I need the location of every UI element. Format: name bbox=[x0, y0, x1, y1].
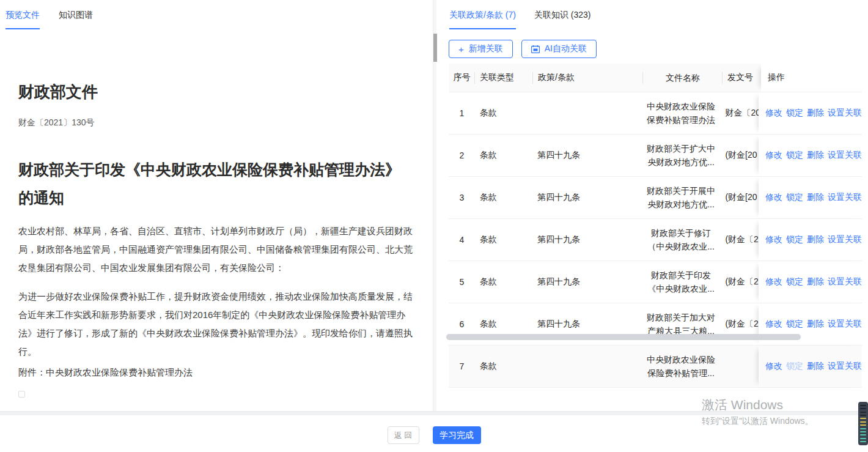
cell-clause bbox=[532, 92, 642, 134]
edit-link[interactable]: 修改 bbox=[765, 150, 782, 161]
cell-seq: 1 bbox=[449, 92, 475, 134]
document-paragraph-body: 为进一步做好农业保险保费补贴工作，提升财政资金使用绩效，推动农业保险加快高质量发… bbox=[18, 287, 414, 361]
document-org-heading: 财政部文件 bbox=[18, 81, 414, 103]
add-relation-label: 新增关联 bbox=[469, 43, 503, 54]
cell-clause: 第四十九条 bbox=[532, 261, 642, 303]
table-row: 1条款中央财政农业保险 保费补贴管理办法财金〔20修改锁定删除设置关联 bbox=[449, 92, 862, 135]
cell-clause bbox=[532, 346, 642, 387]
main-area: 预览文件 知识图谱 财政部文件 财金〔2021〕130号 财政部关于印发《中央财… bbox=[0, 0, 868, 411]
cell-file: 中央财政农业保险 保险费补贴管理... bbox=[642, 346, 721, 387]
set-relation-link[interactable]: 设置关联 bbox=[828, 361, 862, 372]
table-row: 3条款第四十九条财政部关于开展中 央财政对地方优...(财金[20修改锁定删除设… bbox=[449, 177, 862, 219]
delete-link[interactable]: 删除 bbox=[807, 234, 824, 245]
minimap-scrollbar-widget[interactable] bbox=[858, 402, 868, 445]
cell-actions: 修改锁定删除设置关联 bbox=[759, 135, 862, 176]
cell-type: 条款 bbox=[475, 261, 532, 303]
cell-type: 条款 bbox=[475, 219, 532, 261]
edit-link[interactable]: 修改 bbox=[765, 234, 782, 245]
lock-link[interactable]: 锁定 bbox=[786, 276, 803, 287]
set-relation-link[interactable]: 设置关联 bbox=[828, 108, 862, 119]
edit-link[interactable]: 修改 bbox=[765, 108, 782, 119]
column-header-clause: 政策/条款 bbox=[533, 64, 643, 92]
document-content: 财政部文件 财金〔2021〕130号 财政部关于印发《中央财政农业保险保费补贴管… bbox=[0, 30, 433, 411]
ai-auto-relation-button[interactable]: AI自动关联 bbox=[521, 40, 597, 58]
cell-actions: 修改锁定删除设置关联 bbox=[759, 261, 862, 303]
cell-clause: 第四十九条 bbox=[532, 135, 642, 176]
cell-docno bbox=[720, 346, 759, 387]
set-relation-link[interactable]: 设置关联 bbox=[828, 150, 862, 161]
calendar-icon bbox=[531, 45, 540, 53]
cell-file: 财政部关于印发 《中央财政农业... bbox=[642, 261, 721, 303]
column-header-docno: 发文号 bbox=[723, 64, 761, 92]
add-relation-button[interactable]: + 新增关联 bbox=[449, 40, 513, 58]
plus-icon: + bbox=[458, 45, 464, 54]
ai-auto-relation-label: AI自动关联 bbox=[545, 43, 587, 54]
lock-link[interactable]: 锁定 bbox=[786, 319, 803, 330]
edit-link[interactable]: 修改 bbox=[765, 319, 782, 330]
delete-link[interactable]: 删除 bbox=[807, 150, 824, 161]
cell-seq: 3 bbox=[449, 177, 475, 218]
set-relation-link[interactable]: 设置关联 bbox=[828, 192, 862, 203]
table-body: 1条款中央财政农业保险 保费补贴管理办法财金〔20修改锁定删除设置关联2条款第四… bbox=[449, 92, 862, 388]
cell-docno: (财金〔2 bbox=[720, 261, 759, 303]
cell-actions: 修改锁定删除设置关联 bbox=[759, 346, 862, 387]
edit-link[interactable]: 修改 bbox=[765, 276, 782, 287]
attachment-line: 附件：中央财政农业保险保费补贴管理办法 bbox=[18, 367, 414, 379]
cell-file: 中央财政农业保险 保费补贴管理办法 bbox=[642, 92, 721, 134]
tab-related-knowledge[interactable]: 关联知识 (323) bbox=[534, 0, 591, 30]
delete-link[interactable]: 删除 bbox=[807, 192, 824, 203]
document-title: 财政部关于印发《中央财政农业保险保费补贴管理办法》的通知 bbox=[18, 155, 414, 212]
right-tabbar: 关联政策/条款 (7) 关联知识 (323) bbox=[440, 0, 868, 30]
cell-type: 条款 bbox=[475, 177, 532, 218]
cell-docno: 财金〔20 bbox=[720, 92, 759, 134]
column-header-seq: 序号 bbox=[449, 64, 475, 92]
lock-link[interactable]: 锁定 bbox=[786, 234, 803, 245]
delete-link[interactable]: 删除 bbox=[807, 276, 824, 287]
footer-buttons: 返 回 学习完成 bbox=[0, 415, 868, 444]
table-header: 序号 关联类型 政策/条款 文件名称 发文号 操作 bbox=[449, 64, 862, 92]
tab-knowledge-graph[interactable]: 知识图谱 bbox=[59, 0, 93, 30]
related-policies-panel: 关联政策/条款 (7) 关联知识 (323) + 新增关联 bbox=[436, 0, 868, 411]
cell-file: 财政部关于扩大中 央财政对地方优... bbox=[642, 135, 721, 176]
edit-link[interactable]: 修改 bbox=[765, 192, 782, 203]
column-header-filename: 文件名称 bbox=[643, 64, 723, 92]
cell-actions: 修改锁定删除设置关联 bbox=[759, 219, 862, 261]
footer-bar: 返 回 学习完成 bbox=[0, 411, 868, 452]
cell-seq: 5 bbox=[449, 261, 475, 303]
cell-clause: 第四十九条 bbox=[532, 177, 642, 218]
lock-link[interactable]: 锁定 bbox=[786, 108, 803, 119]
back-button[interactable]: 返 回 bbox=[388, 426, 419, 444]
cell-type: 条款 bbox=[475, 92, 532, 134]
delete-link[interactable]: 删除 bbox=[807, 319, 824, 330]
table-row: 5条款第四十九条财政部关于印发 《中央财政农业...(财金〔2修改锁定删除设置关… bbox=[449, 261, 862, 303]
set-relation-link[interactable]: 设置关联 bbox=[828, 234, 862, 245]
cell-type: 条款 bbox=[475, 346, 532, 387]
table-row: 4条款第四十九条财政部关于修订 （中央财政农业...(财金〔2修改锁定删除设置关… bbox=[449, 219, 862, 261]
column-header-actions: 操作 bbox=[761, 64, 862, 92]
learning-complete-button[interactable]: 学习完成 bbox=[433, 426, 481, 444]
tab-related-policies[interactable]: 关联政策/条款 (7) bbox=[449, 0, 516, 30]
horizontal-scrollbar-thumb[interactable] bbox=[446, 334, 801, 340]
lock-link[interactable]: 锁定 bbox=[786, 150, 803, 161]
empty-image-placeholder-icon bbox=[18, 391, 25, 398]
lock-link[interactable]: 锁定 bbox=[786, 361, 803, 372]
cell-seq: 4 bbox=[449, 219, 475, 261]
cell-docno: (财金[20 bbox=[720, 135, 759, 176]
set-relation-link[interactable]: 设置关联 bbox=[828, 319, 862, 330]
edit-link[interactable]: 修改 bbox=[765, 361, 782, 372]
set-relation-link[interactable]: 设置关联 bbox=[828, 276, 862, 287]
cell-file: 财政部关于修订 （中央财政农业... bbox=[642, 219, 721, 261]
table-row: 2条款第四十九条财政部关于扩大中 央财政对地方优...(财金[20修改锁定删除设… bbox=[449, 135, 862, 177]
delete-link[interactable]: 删除 bbox=[807, 361, 824, 372]
lock-link[interactable]: 锁定 bbox=[786, 192, 803, 203]
delete-link[interactable]: 删除 bbox=[807, 108, 824, 119]
document-preview-panel: 预览文件 知识图谱 财政部文件 财金〔2021〕130号 财政部关于印发《中央财… bbox=[0, 0, 433, 411]
cell-docno: (财金〔2 bbox=[720, 219, 759, 261]
tab-preview-file[interactable]: 预览文件 bbox=[6, 0, 40, 30]
document-number: 财金〔2021〕130号 bbox=[18, 117, 414, 128]
cell-seq: 2 bbox=[449, 135, 475, 176]
cell-docno: (财金[20 bbox=[720, 177, 759, 218]
cell-actions: 修改锁定删除设置关联 bbox=[759, 177, 862, 218]
cell-actions: 修改锁定删除设置关联 bbox=[759, 92, 862, 134]
document-paragraph-recipients: 农业农村部、林草局，各省、自治区、直辖市、计划单列市财政厅（局），新疆生产建设兵… bbox=[18, 222, 414, 277]
